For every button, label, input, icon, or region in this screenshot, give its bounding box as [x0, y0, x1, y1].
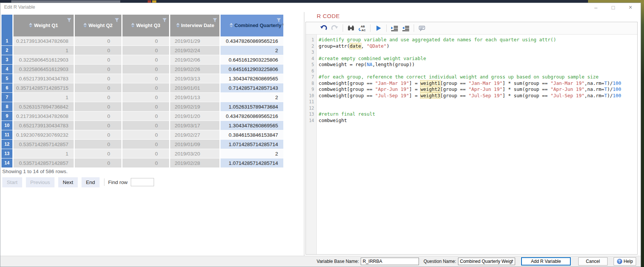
- toolbar-separator: [343, 24, 343, 32]
- cell-q3: 0: [122, 112, 170, 121]
- code-text: [319, 49, 322, 56]
- redo-button[interactable]: [330, 24, 340, 33]
- cell-q2: 0: [75, 130, 122, 140]
- code-line: 13#return final result: [306, 111, 637, 118]
- cell-comb: 1.0714285714285714: [221, 158, 284, 168]
- pager-divider: [104, 178, 104, 186]
- table-row: 131002019/03/202: [2, 149, 284, 158]
- code-line: 4#create empty combined weight variable: [306, 56, 637, 62]
- line-number: 5: [306, 62, 319, 68]
- next-page-button[interactable]: Next: [58, 177, 78, 187]
- find-row-label: Find row: [108, 180, 128, 185]
- cell-q2: 0: [75, 140, 122, 149]
- comment-button[interactable]: [417, 24, 427, 33]
- run-button[interactable]: [373, 24, 383, 33]
- data-table: Weight Q1Weight Q2Weight Q3Interview Dat…: [2, 15, 284, 168]
- help-question-icon: ?: [617, 259, 622, 264]
- cell-date: 2019/02/06: [170, 55, 221, 65]
- code-text: [319, 68, 322, 74]
- previous-page-button[interactable]: Previous: [26, 177, 55, 187]
- close-button[interactable]: ×: [622, 3, 639, 12]
- line-number: 8: [306, 80, 319, 87]
- table-row: 71002019/01/132: [2, 93, 284, 102]
- cell-q3: 0: [122, 130, 170, 140]
- filter-funnel-icon[interactable]: [67, 18, 71, 24]
- row-number: 10: [2, 121, 14, 130]
- add-r-variable-button[interactable]: Add R Variable: [521, 257, 571, 265]
- row-number: 7: [2, 93, 14, 102]
- cell-q2: 0: [75, 83, 122, 93]
- cell-q3: 0: [122, 46, 170, 55]
- column-header-weight-q1[interactable]: Weight Q1: [14, 15, 75, 36]
- cell-q2: 0: [75, 149, 122, 158]
- table-row: 120.5357142857142857002019/01/091.071428…: [2, 140, 284, 149]
- cell-date: 2019/01/01: [170, 83, 221, 93]
- cell-q1: 1: [14, 93, 75, 102]
- cell-q1: 0.3225806451612903: [14, 55, 75, 65]
- cell-q1: 0.21739130434782608: [14, 36, 75, 46]
- column-header-interview-date[interactable]: Interview Date: [170, 15, 221, 36]
- cell-q2: 0: [75, 36, 122, 46]
- minimize-button[interactable]: –: [587, 3, 605, 12]
- filter-funnel-icon[interactable]: [115, 18, 119, 24]
- cell-comb: 0.43478260869565216: [221, 112, 284, 121]
- replace-button[interactable]: ABAC: [357, 24, 367, 33]
- cell-q1: 1: [14, 149, 75, 158]
- undo-button[interactable]: [319, 24, 328, 33]
- edit-r-variable-dialog: Edit R Variable –□× Weight Q1Weight Q2We…: [0, 3, 641, 267]
- column-header-weight-q2[interactable]: Weight Q2: [75, 15, 122, 36]
- sort-icon[interactable]: [131, 23, 135, 29]
- replace-icon: ABAC: [358, 24, 366, 32]
- toolbar-separator: [370, 24, 370, 32]
- cell-q2: 0: [75, 74, 122, 83]
- cancel-button[interactable]: Cancel: [578, 257, 608, 265]
- maximize-button[interactable]: □: [605, 3, 622, 12]
- cell-comb: 1.3043478260869565: [221, 74, 284, 83]
- code-text: combweight[group == "Jan-Mar 19"] = weig…: [319, 80, 621, 87]
- filter-funnel-icon[interactable]: [213, 18, 217, 24]
- end-page-button[interactable]: End: [82, 177, 100, 187]
- code-text: combweight = rep(NA,length(group)): [319, 62, 415, 68]
- find-row-input[interactable]: [131, 178, 154, 186]
- line-number: 2: [306, 43, 319, 50]
- sort-icon[interactable]: [29, 23, 32, 29]
- help-button-label: Help: [624, 259, 633, 264]
- variable-base-name-input[interactable]: [361, 258, 419, 265]
- dialog-footer: Variable Base Name: Question Name: Add R…: [0, 256, 641, 267]
- sort-icon[interactable]: [83, 23, 87, 29]
- outdent-button[interactable]: [401, 24, 411, 33]
- column-header-combined-quarterly-weight[interactable]: Combined Quarterly Weight: [221, 15, 284, 36]
- undo-icon: [320, 24, 327, 32]
- cell-date: 2019/02/26: [170, 65, 221, 74]
- filter-funnel-icon[interactable]: [162, 18, 167, 24]
- cell-date: 2019/01/13: [170, 93, 221, 102]
- find-button[interactable]: [346, 24, 356, 33]
- code-text: combweight[group == "Apr-Jun 19"] = weig…: [319, 86, 621, 93]
- row-number: 2: [2, 46, 14, 55]
- code-text: #return final result: [319, 111, 375, 118]
- question-name-input[interactable]: [458, 258, 515, 265]
- row-number: 12: [2, 140, 14, 149]
- outdent-icon: [402, 24, 410, 32]
- code-line: 6: [306, 68, 637, 74]
- column-label: Interview Date: [181, 23, 214, 28]
- sort-icon[interactable]: [176, 23, 180, 29]
- sort-icon[interactable]: [230, 23, 233, 29]
- code-text: #for each group, reference the correct i…: [319, 74, 599, 80]
- line-number: 14: [306, 118, 319, 124]
- cell-comb: 0.6451612903225806: [221, 55, 284, 65]
- help-button[interactable]: ?Help: [614, 257, 636, 265]
- start-page-button[interactable]: Start: [2, 177, 22, 187]
- dialog-title: Edit R Variable: [4, 5, 35, 10]
- cell-date: 2019/03/13: [170, 74, 221, 83]
- cell-comb: 0.3846153846153847: [221, 130, 284, 140]
- cell-date: 2019/01/09: [170, 140, 221, 149]
- filter-funnel-icon[interactable]: [277, 18, 281, 24]
- r-code-editor[interactable]: 1#identify group variable and use aggreg…: [306, 35, 637, 254]
- svg-text:AC: AC: [361, 29, 366, 32]
- line-number: 12: [306, 105, 319, 112]
- column-header-weight-q3[interactable]: Weight Q3: [122, 15, 170, 36]
- line-number: 6: [306, 68, 319, 74]
- desktop-background-top: [0, 0, 644, 3]
- indent-button[interactable]: [390, 24, 399, 33]
